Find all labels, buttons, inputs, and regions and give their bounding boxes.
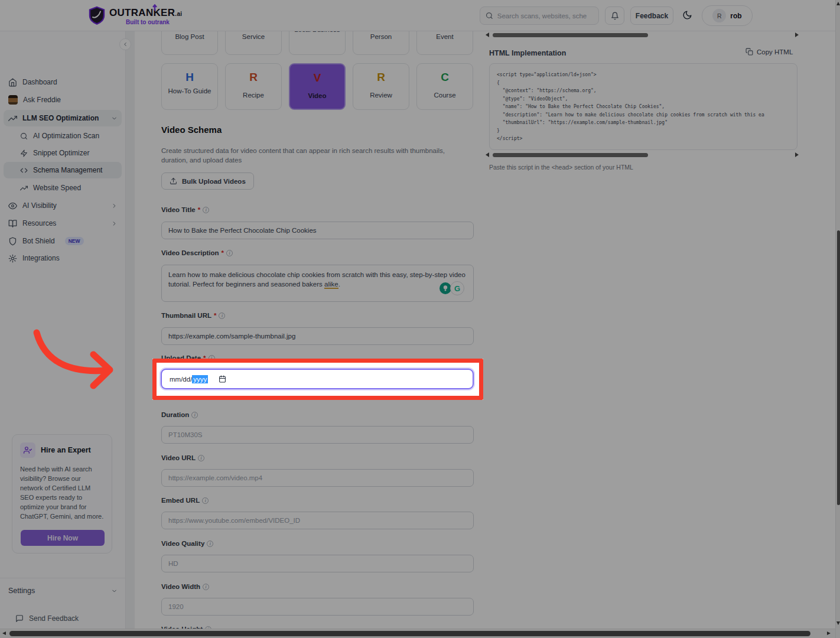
sidebar-item-label: AI Optimization Scan (33, 132, 99, 140)
schema-type-course[interactable]: C Course (416, 63, 473, 110)
scrollbar-thumb[interactable] (493, 33, 648, 37)
embed-url-label: Embed URLi (161, 497, 209, 504)
schema-type-review[interactable]: R Review (353, 63, 409, 110)
schema-type-service[interactable]: Service (225, 31, 282, 55)
schema-type-local-business[interactable]: Local Business (289, 31, 346, 55)
info-icon[interactable]: i (207, 541, 213, 547)
info-icon[interactable]: i (203, 584, 209, 590)
schema-type-blog-post[interactable]: Blog Post (161, 31, 218, 55)
schema-type-how-to-guide[interactable]: H How-To Guide (161, 63, 218, 110)
scrollbar-thumb[interactable] (9, 631, 810, 636)
logo-arrow-icon (151, 4, 158, 11)
scrollbar-thumb[interactable] (493, 153, 648, 157)
code-block[interactable]: <script type="application/ld+json"> { "@… (489, 63, 797, 150)
schema-type-recipe[interactable]: R Recipe (225, 63, 282, 110)
user-menu[interactable]: R rob (702, 5, 753, 26)
sidebar-item-label: AI Visibility (22, 201, 57, 210)
info-icon[interactable]: i (203, 207, 209, 213)
sidebar-item-label: Resources (22, 219, 56, 227)
dark-mode-toggle[interactable] (682, 10, 692, 22)
scroll-right-arrow[interactable] (795, 32, 799, 37)
user-name: rob (730, 12, 741, 20)
sidebar-collapse-button[interactable] (119, 38, 131, 50)
settings-toggle[interactable]: Settings (0, 582, 126, 599)
gear-icon (8, 254, 17, 263)
settings-label: Settings (8, 587, 35, 595)
scroll-right-arrow[interactable] (827, 632, 831, 635)
home-icon (8, 78, 17, 87)
scrollbar-thumb[interactable] (837, 230, 840, 505)
scroll-left-arrow[interactable] (486, 32, 489, 37)
scroll-down-arrow[interactable] (836, 621, 840, 625)
logo-wordmark: OUTRANKER.ai (109, 7, 182, 19)
chevron-right-icon (111, 203, 118, 209)
avatar: R (712, 9, 726, 22)
schema-type-person[interactable]: Person (353, 31, 409, 55)
info-icon[interactable]: i (198, 455, 204, 461)
scroll-left-arrow[interactable] (486, 152, 489, 157)
sidebar-item-ai-optimization-scan[interactable]: AI Optimization Scan (0, 128, 126, 144)
search-input[interactable]: Search scans, websites, sche (480, 6, 599, 25)
sidebar-item-schema-management[interactable]: Schema Management (0, 162, 126, 178)
chevron-down-icon (111, 115, 118, 122)
code-scrollbar-top[interactable] (486, 32, 799, 38)
sidebar-item-label: Integrations (22, 254, 60, 262)
video-url-input[interactable]: https://example.com/video.mp4 (161, 469, 474, 487)
hire-now-button[interactable]: Hire Now (21, 530, 105, 546)
shield-icon (8, 237, 17, 246)
sidebar-item-website-speed[interactable]: Website Speed (0, 180, 126, 196)
notifications-button[interactable] (605, 6, 624, 25)
video-description-textarea[interactable]: Learn how to make delicious chocolate ch… (161, 265, 474, 302)
date-selected-segment: yyyy (192, 375, 208, 383)
sidebar-item-ai-visibility[interactable]: AI Visibility (0, 197, 126, 214)
sidebar-item-label: Bot Shield (22, 237, 55, 245)
upload-date-input[interactable]: mm/dd/yyyy (161, 369, 474, 389)
info-icon[interactable]: i (226, 250, 233, 256)
upload-icon (170, 177, 177, 185)
hire-expert-card: Hire an Expert Need help with AI search … (12, 434, 112, 554)
main-content: Blog Post Service Local Business Person … (135, 31, 835, 638)
duration-input[interactable]: PT10M30S (161, 426, 474, 444)
bulk-upload-button[interactable]: Bulk Upload Videos (161, 172, 254, 190)
logo[interactable] (87, 6, 106, 27)
grammarly-widget[interactable]: G (438, 281, 464, 295)
header: OUTRANKER.ai Built to outrank Search sca… (0, 0, 840, 31)
vertical-scrollbar[interactable] (835, 0, 840, 638)
schema-type-video-selected[interactable]: V Video (289, 63, 346, 110)
sidebar-item-label: Dashboard (22, 78, 57, 86)
video-description-label: Video Description*i (161, 249, 233, 256)
code-icon (20, 167, 28, 174)
sidebar-item-ask-freddie[interactable]: Ask Freddie (0, 92, 126, 108)
sidebar-item-bot-shield[interactable]: Bot Shield NEW (0, 233, 126, 249)
feedback-button[interactable]: Feedback (630, 6, 673, 25)
sidebar-item-llm-seo-optimization[interactable]: LLM SEO Optimization (0, 110, 126, 126)
video-width-input[interactable]: 1920 (161, 598, 474, 616)
schema-type-event[interactable]: Event (416, 31, 473, 55)
logo-text: OUTRANKER (109, 7, 175, 18)
info-icon[interactable]: i (191, 412, 198, 418)
sidebar-item-resources[interactable]: Resources (0, 215, 126, 232)
embed-url-input[interactable]: https://www.youtube.com/embed/VIDEO_ID (161, 512, 474, 529)
copy-html-button[interactable]: Copy HTML (745, 48, 793, 56)
sidebar-item-dashboard[interactable]: Dashboard (0, 74, 126, 90)
scroll-up-arrow[interactable] (836, 2, 840, 5)
book-icon (8, 219, 17, 228)
scroll-right-arrow[interactable] (795, 152, 799, 157)
info-icon[interactable]: i (202, 497, 209, 504)
calendar-icon[interactable] (219, 375, 226, 383)
copy-icon (745, 48, 753, 56)
code-scrollbar-bottom[interactable] (486, 152, 799, 158)
send-feedback-button[interactable]: Send Feedback (0, 610, 126, 627)
scroll-left-arrow[interactable] (2, 632, 6, 635)
sidebar-item-snippet-optimizer[interactable]: Snippet Optimizer (0, 145, 126, 161)
video-quality-input[interactable]: HD (161, 555, 474, 572)
horizontal-scrollbar[interactable] (0, 629, 835, 638)
annotation-arrow (24, 319, 124, 396)
thumbnail-url-input[interactable]: https://example.com/sample-thumbnail.jpg (161, 327, 474, 345)
video-title-input[interactable]: How to Bake the Perfect Chocolate Chip C… (161, 222, 474, 239)
info-icon[interactable]: i (219, 313, 225, 319)
duration-label: Durationi (161, 411, 198, 418)
bulk-upload-label: Bulk Upload Videos (182, 178, 246, 185)
sidebar-item-integrations[interactable]: Integrations (0, 250, 126, 266)
search-icon (486, 12, 493, 19)
